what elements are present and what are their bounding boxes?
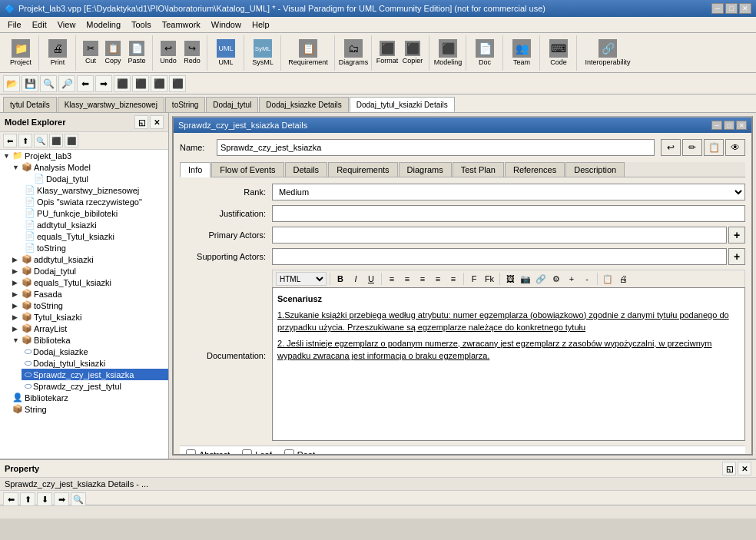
- tab-info[interactable]: Info: [180, 162, 211, 177]
- tab-dodaj-tytul-ksiazki-details[interactable]: Dodaj_tytul_ksiazki Details: [350, 97, 455, 112]
- tree-item-dodaj-tytul-group[interactable]: ▶ 📦 Dodaj_tytul: [9, 265, 168, 277]
- fontsize-btn[interactable]: Fk: [482, 272, 496, 286]
- doc-button[interactable]: 📄 Doc: [470, 37, 499, 68]
- tree-item-dodaj-tytul-ksiazki[interactable]: ⬭ Dodaj_tytul_ksiazki: [22, 357, 168, 369]
- tab-klasy-warstwy[interactable]: Klasy_warstwy_biznesowej: [58, 97, 164, 112]
- tab-requirements[interactable]: Requirements: [328, 162, 397, 177]
- leaf-checkbox[interactable]: [242, 449, 252, 454]
- primary-actors-input[interactable]: [272, 227, 727, 243]
- underline-btn[interactable]: U: [364, 272, 378, 286]
- format-select[interactable]: HTML Plain Text: [276, 272, 327, 286]
- prop-btn-back[interactable]: ⬅: [3, 492, 18, 506]
- tab-dodaj-tytul[interactable]: Dodaj_tytul: [206, 97, 258, 112]
- tree-item-biblioteka[interactable]: ▼ 📦 Biblioteka: [9, 334, 168, 346]
- tree-item-tostring[interactable]: 📄 toString: [22, 242, 168, 253]
- image-btn[interactable]: 🖼: [503, 272, 517, 286]
- italic-btn[interactable]: I: [349, 272, 363, 286]
- tree-item-sprawdz-tytul[interactable]: ⬭ Sprawdz_czy_jest_tytul: [22, 380, 168, 392]
- list-btn[interactable]: ≡: [446, 272, 460, 286]
- paste-button[interactable]: 📄 Paste: [124, 38, 149, 67]
- sysml-button[interactable]: SyML SysML: [248, 37, 277, 68]
- menu-file[interactable]: File: [3, 18, 26, 31]
- format-button[interactable]: ⬛ Format: [376, 38, 399, 67]
- diagrams-button[interactable]: 🗂 Diagrams: [339, 37, 368, 68]
- tb2-btn7[interactable]: ⬛: [114, 75, 131, 92]
- tab-dodaj-ksiazke-details[interactable]: Dodaj_ksiazke Details: [259, 97, 348, 112]
- tb2-btn9[interactable]: ⬛: [151, 75, 167, 92]
- maximize-button[interactable]: □: [725, 3, 738, 14]
- save-btn[interactable]: 💾: [22, 75, 38, 92]
- bold-btn[interactable]: B: [333, 272, 347, 286]
- align-right-btn[interactable]: ≡: [416, 272, 429, 286]
- tree-item-analysis-model[interactable]: ▼ 📦 Analysis Model: [9, 161, 168, 173]
- property-expand-btn[interactable]: ◱: [722, 462, 736, 475]
- back-btn[interactable]: ⬅: [77, 75, 94, 92]
- tb2-btn10[interactable]: ⬛: [169, 75, 186, 92]
- tab-flow-of-events[interactable]: Flow of Events: [211, 162, 284, 177]
- code-button[interactable]: ⌨ Code: [544, 37, 573, 68]
- fwd-btn[interactable]: ➡: [95, 75, 112, 92]
- prop-btn-search[interactable]: 🔍: [71, 492, 86, 506]
- open-btn[interactable]: 📂: [3, 75, 20, 92]
- tree-item-bibliotekarz[interactable]: 👤 Bibliotekarz: [9, 392, 168, 403]
- cut-button[interactable]: ✂ Cut: [80, 38, 101, 67]
- explorer-tb-btn4[interactable]: ⬛: [49, 134, 63, 147]
- tree-item-equals-tytul[interactable]: 📄 equals_Tytul_ksiazki: [22, 230, 168, 242]
- align-justify-btn[interactable]: ≡: [431, 272, 445, 286]
- print-rich-btn[interactable]: 🖨: [616, 272, 630, 286]
- print-button[interactable]: 🖨 Print: [43, 37, 72, 68]
- zoom-in-btn[interactable]: 🔍: [40, 75, 57, 92]
- align-center-btn[interactable]: ≡: [400, 272, 414, 286]
- tree-item-pu-funkcje[interactable]: 📄 PU_funkcje_bibiloteki: [22, 207, 168, 219]
- primary-actors-add-btn[interactable]: +: [728, 227, 745, 243]
- tree-item-string[interactable]: 📦 String: [9, 403, 168, 415]
- justification-input[interactable]: [272, 205, 745, 222]
- explorer-tb-btn1[interactable]: ⬅: [3, 134, 17, 147]
- explorer-tb-btn3[interactable]: 🔍: [34, 134, 48, 147]
- menu-teamwork[interactable]: Teamwork: [158, 18, 205, 31]
- tree-item-klasy-warstwy[interactable]: 📄 Klasy_warstwy_biznesowej: [22, 184, 168, 196]
- tree-item-projekt[interactable]: ▼ 📁 Projekt_lab3: [0, 150, 168, 161]
- tree-item-dodaj-tytul[interactable]: 📄 Dodaj_tytul: [22, 173, 168, 184]
- tab-tytul-details[interactable]: tytul Details: [3, 97, 57, 112]
- name-btn-back[interactable]: ↩: [661, 139, 681, 156]
- tab-details[interactable]: Details: [285, 162, 328, 177]
- settings-btn[interactable]: ⚙: [549, 272, 563, 286]
- copy-button[interactable]: 📋 Copy: [102, 38, 124, 67]
- menu-tools[interactable]: Tools: [127, 18, 156, 31]
- supporting-actors-input[interactable]: [272, 248, 727, 265]
- documentation-textarea[interactable]: Scenariusz 1.Szukanie książki przebiega …: [272, 287, 745, 441]
- tree-item-equals-group[interactable]: ▶ 📦 equals_Tytul_ksiazki: [9, 277, 168, 288]
- link-btn[interactable]: 🔗: [534, 272, 548, 286]
- tree-item-tostring-group[interactable]: ▶ 📦 toString: [9, 300, 168, 311]
- redo-button[interactable]: ↪ Redo: [181, 38, 204, 67]
- modeling-button[interactable]: ⬛ Modeling: [433, 37, 463, 68]
- explorer-tb-btn2[interactable]: ⬆: [18, 134, 32, 147]
- uml-button[interactable]: UML UML: [211, 37, 240, 68]
- tab-references[interactable]: References: [505, 162, 565, 177]
- prop-btn-fwd[interactable]: ➡: [54, 492, 69, 506]
- copy-rich-btn[interactable]: 📋: [601, 272, 615, 286]
- tab-description[interactable]: Description: [565, 162, 625, 177]
- tree-item-sprawdz-ksiazka[interactable]: ⬭ Sprawdz_czy_jest_ksiazka: [22, 369, 168, 380]
- minimize-button[interactable]: ─: [711, 3, 724, 14]
- explorer-close[interactable]: ✕: [150, 115, 164, 129]
- interoperability-button[interactable]: 🔗 Interoperability: [581, 37, 635, 68]
- name-btn-edit[interactable]: ✏: [682, 139, 702, 156]
- explorer-btn1[interactable]: ◱: [134, 115, 148, 129]
- name-input[interactable]: [217, 139, 655, 156]
- zoom-out-btn[interactable]: 🔎: [58, 75, 75, 92]
- menu-help[interactable]: Help: [247, 18, 274, 31]
- name-btn-copy[interactable]: 📋: [704, 139, 724, 156]
- menu-edit[interactable]: Edit: [28, 18, 51, 31]
- team-button[interactable]: 👥 Team: [507, 37, 536, 68]
- dialog-minimize[interactable]: ─: [711, 121, 722, 130]
- remove-btn[interactable]: -: [580, 272, 594, 286]
- tab-test-plan[interactable]: Test Plan: [453, 162, 504, 177]
- tree-item-tytul-ksiazki[interactable]: ▶ 📦 Tytul_ksiazki: [9, 311, 168, 323]
- tb2-btn8[interactable]: ⬛: [132, 75, 149, 92]
- undo-button[interactable]: ↩ Undo: [157, 38, 180, 67]
- menu-modeling[interactable]: Modeling: [81, 18, 125, 31]
- abstract-checkbox[interactable]: [186, 449, 196, 454]
- prop-btn-up[interactable]: ⬆: [20, 492, 35, 506]
